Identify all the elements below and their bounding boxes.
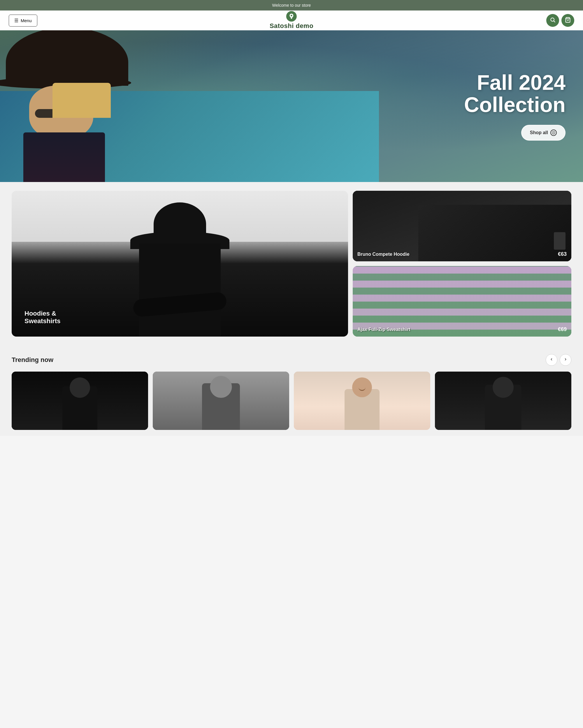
hamburger-icon: ☰ [14, 18, 18, 23]
trending-grid [12, 371, 571, 430]
product-card-ajax[interactable]: Ajax Full-Zip Sweatshirt €69 [353, 266, 571, 337]
svg-point-0 [551, 18, 554, 21]
announcement-text: Welcome to our store [272, 3, 311, 7]
product-grid-section: Hoodies & Sweatshirts Bruno Compete Hood… [0, 182, 583, 345]
hero-image-area [0, 30, 379, 182]
ajax-name: Ajax Full-Zip Sweatshirt [357, 327, 410, 332]
t2-head [210, 376, 232, 398]
arrow-circle-icon [550, 130, 557, 136]
search-icon [550, 17, 556, 24]
shop-all-label: Shop all [530, 130, 548, 135]
ajax-price: €69 [558, 327, 567, 333]
ajax-info: Ajax Full-Zip Sweatshirt €69 [353, 322, 571, 337]
t4-head [493, 377, 513, 398]
cart-button[interactable] [561, 14, 574, 27]
prev-icon [550, 357, 554, 363]
hero-shirt [23, 132, 105, 182]
header: ☰ Menu Satoshi demo [0, 10, 583, 30]
header-left: ☰ Menu [9, 15, 37, 27]
trending-1-img [12, 371, 148, 430]
hero-content: Fall 2024 Collection Shop all [464, 72, 583, 140]
logo-icon [286, 11, 297, 22]
hero-section: Fall 2024 Collection Shop all [0, 30, 583, 182]
trending-item-3[interactable] [294, 371, 430, 430]
bruno-name: Bruno Compete Hoodie [357, 252, 410, 257]
category-label: Hoodies & Sweatshirts [25, 310, 61, 325]
header-center: Satoshi demo [270, 11, 313, 30]
trending-item-2[interactable] [153, 371, 289, 430]
shop-all-button[interactable]: Shop all [521, 125, 565, 140]
body-shape [139, 243, 221, 337]
product-cards-right: Bruno Compete Hoodie €63 Ajax Full-Zip S… [353, 191, 571, 337]
bruno-price: €63 [558, 251, 567, 257]
header-right [546, 14, 574, 27]
product-card-bruno[interactable]: Bruno Compete Hoodie €63 [353, 191, 571, 261]
trending-item-1[interactable] [12, 371, 148, 430]
hero-hair [53, 83, 111, 118]
category-card-image [12, 191, 348, 337]
search-button[interactable] [546, 14, 559, 27]
logo-svg [288, 13, 295, 20]
t1-head [70, 378, 90, 398]
trending-title: Trending now [12, 356, 53, 364]
category-card-large[interactable]: Hoodies & Sweatshirts [12, 191, 348, 337]
menu-label: Menu [21, 18, 32, 23]
trending-3-img [294, 371, 430, 430]
trending-2-img [153, 371, 289, 430]
store-name: Satoshi demo [270, 22, 313, 30]
trending-next-button[interactable] [560, 354, 571, 366]
svg-point-3 [552, 131, 555, 134]
trending-section: Trending now [0, 345, 583, 436]
trending-4-img [435, 371, 571, 430]
hero-title: Fall 2024 Collection [464, 72, 565, 116]
next-icon [563, 357, 567, 363]
bruno-info: Bruno Compete Hoodie €63 [353, 247, 571, 261]
menu-button[interactable]: ☰ Menu [9, 15, 37, 27]
product-grid: Hoodies & Sweatshirts Bruno Compete Hood… [12, 191, 571, 337]
trending-item-4[interactable] [435, 371, 571, 430]
hoodie-figure [130, 202, 229, 337]
trending-prev-button[interactable] [546, 354, 557, 366]
announcement-bar: Welcome to our store [0, 0, 583, 10]
svg-line-1 [554, 21, 555, 22]
trending-nav [546, 354, 571, 366]
trending-header: Trending now [12, 354, 571, 366]
cart-icon [565, 17, 571, 24]
